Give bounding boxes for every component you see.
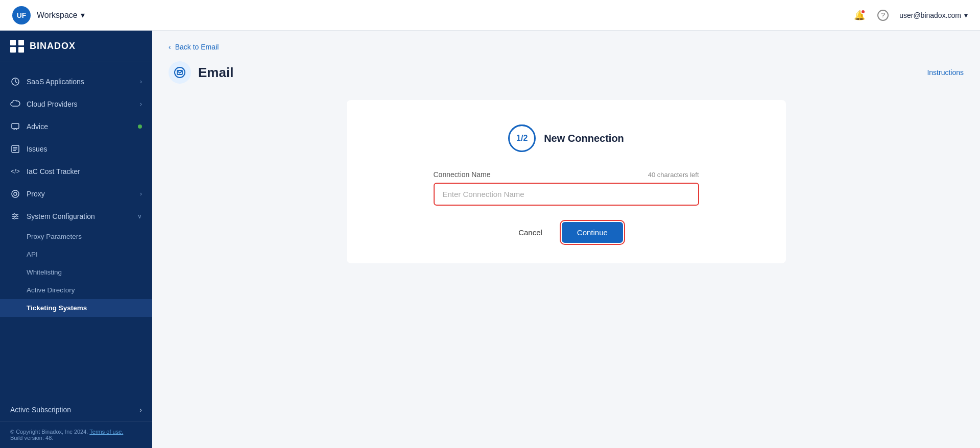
back-link-label: Back to Email xyxy=(175,43,219,51)
instructions-link[interactable]: Instructions xyxy=(927,68,964,77)
copyright-text: © Copyright Binadox, Inc 2024. xyxy=(10,429,88,435)
sidebar-subitem-label-proxy-params: Proxy Parameters xyxy=(27,233,82,240)
active-subscription-chevron-icon: › xyxy=(139,406,142,414)
sidebar-item-sysconfig[interactable]: System Configuration ∨ xyxy=(0,205,152,228)
sidebar-item-proxy[interactable]: Proxy › xyxy=(0,183,152,205)
user-email: user@binadox.com xyxy=(899,11,961,19)
connection-name-label: Connection Name xyxy=(434,170,491,179)
saas-icon xyxy=(10,77,20,87)
sidebar-item-label-saas: SaaS Applications xyxy=(27,78,84,86)
step-title: New Connection xyxy=(544,133,624,144)
logo-grid-icon xyxy=(10,40,25,53)
sidebar-subitem-label-ticketing-systems: Ticketing Systems xyxy=(27,304,87,312)
svg-point-12 xyxy=(16,216,17,217)
workspace-selector[interactable]: Workspace ▾ xyxy=(37,10,85,20)
proxy-chevron-icon: › xyxy=(140,190,142,197)
form-label-row: Connection Name 40 characters left xyxy=(434,170,699,179)
page-title: Email xyxy=(198,65,233,81)
sidebar-logo: BINADOX xyxy=(0,31,152,62)
active-subscription-label: Active Subscription xyxy=(10,406,71,414)
page-header: Email Instructions xyxy=(169,61,964,84)
advice-icon xyxy=(10,121,20,132)
sidebar-item-advice[interactable]: Advice xyxy=(0,115,152,138)
sidebar-item-label-advice: Advice xyxy=(27,122,48,131)
sidebar-item-label-cloud: Cloud Providers xyxy=(27,100,78,108)
sidebar-subitem-label-active-directory: Active Directory xyxy=(27,286,75,294)
connection-name-group: Connection Name 40 characters left xyxy=(434,170,699,206)
workspace-chevron-icon: ▾ xyxy=(81,10,85,20)
svg-point-7 xyxy=(14,192,17,195)
svg-point-6 xyxy=(12,190,19,197)
sidebar-subitem-api[interactable]: API xyxy=(0,245,152,263)
connection-name-input[interactable] xyxy=(434,183,699,206)
notification-icon[interactable]: 🔔 xyxy=(852,8,867,22)
sidebar-item-iac[interactable]: </> IaC Cost Tracker xyxy=(0,160,152,183)
sidebar-item-label-issues: Issues xyxy=(27,145,47,153)
step-indicator: 1/2 New Connection xyxy=(367,125,766,152)
sidebar-subitem-ticketing-systems[interactable]: Ticketing Systems xyxy=(0,299,152,317)
step-circle: 1/2 xyxy=(508,125,536,152)
cloud-chevron-icon: › xyxy=(140,101,142,108)
sidebar-subitem-whitelisting[interactable]: Whitelisting xyxy=(0,263,152,281)
sidebar-item-issues[interactable]: Issues xyxy=(0,138,152,160)
sidebar-footer: © Copyright Binadox, Inc 2024. Terms of … xyxy=(0,421,152,448)
notification-badge xyxy=(861,9,866,14)
sidebar-item-label-proxy: Proxy xyxy=(27,190,45,198)
terms-link[interactable]: Terms of use. xyxy=(89,429,123,435)
sidebar: BINADOX SaaS Applications › Cloud Provid… xyxy=(0,31,152,448)
issues-icon xyxy=(10,144,20,154)
sidebar-nav: SaaS Applications › Cloud Providers › xyxy=(0,62,152,399)
sidebar-item-saas[interactable]: SaaS Applications › xyxy=(0,70,152,93)
main-layout: BINADOX SaaS Applications › Cloud Provid… xyxy=(0,31,980,448)
workspace-name-label: Workspace xyxy=(37,11,78,20)
new-connection-form: 1/2 New Connection Connection Name 40 ch… xyxy=(347,100,786,263)
proxy-icon xyxy=(10,189,20,199)
continue-button[interactable]: Continue xyxy=(562,222,623,243)
svg-point-11 xyxy=(14,214,15,215)
topbar-right: 🔔 ? user@binadox.com ▾ xyxy=(852,8,968,22)
back-chevron-icon: ‹ xyxy=(169,43,171,51)
sidebar-item-label-sysconfig: System Configuration xyxy=(27,212,95,220)
content-scroll: ‹ Back to Email Email Instructions xyxy=(152,31,980,448)
form-actions: Cancel Continue xyxy=(367,222,766,243)
logo-text: BINADOX xyxy=(30,41,76,52)
sidebar-active-subscription[interactable]: Active Subscription › xyxy=(0,399,152,421)
user-menu[interactable]: user@binadox.com ▾ xyxy=(899,11,968,19)
cancel-button[interactable]: Cancel xyxy=(509,223,552,242)
topbar: UF Workspace ▾ 🔔 ? user@binadox.com ▾ xyxy=(0,0,980,31)
sysconfig-chevron-icon: ∨ xyxy=(137,213,142,220)
back-link[interactable]: ‹ Back to Email xyxy=(169,43,964,51)
build-version: Build version: 48. xyxy=(10,435,142,441)
saas-chevron-icon: › xyxy=(140,78,142,85)
help-icon[interactable]: ? xyxy=(876,8,890,22)
step-fraction: 1/2 xyxy=(516,134,528,143)
sidebar-subitem-label-api: API xyxy=(27,251,38,258)
sysconfig-icon xyxy=(10,211,20,221)
sidebar-subitem-label-whitelisting: Whitelisting xyxy=(27,268,62,276)
email-icon xyxy=(169,61,191,84)
iac-icon: </> xyxy=(10,166,20,177)
user-chevron-icon: ▾ xyxy=(964,11,968,19)
svg-rect-1 xyxy=(12,123,19,129)
advice-badge xyxy=(138,125,142,129)
sidebar-item-cloud[interactable]: Cloud Providers › xyxy=(0,93,152,115)
svg-point-13 xyxy=(14,218,15,219)
sidebar-subitem-active-directory[interactable]: Active Directory xyxy=(0,281,152,299)
workspace-avatar: UF xyxy=(12,6,31,24)
sidebar-subitem-proxy-params[interactable]: Proxy Parameters xyxy=(0,228,152,245)
char-count: 40 characters left xyxy=(648,171,699,179)
sidebar-item-label-iac: IaC Cost Tracker xyxy=(27,167,80,176)
topbar-left: UF Workspace ▾ xyxy=(12,6,85,24)
cloud-icon xyxy=(10,99,20,109)
content-area: ‹ Back to Email Email Instructions xyxy=(152,31,980,448)
